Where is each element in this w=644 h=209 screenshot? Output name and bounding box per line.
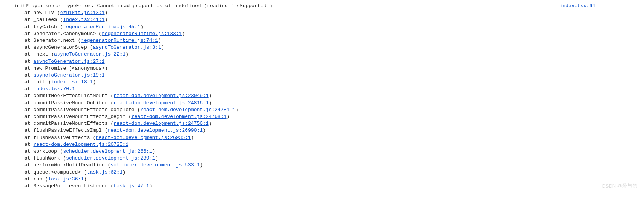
- stack-frame-prefix: at new FLV (: [24, 10, 60, 16]
- stack-frame-suffix: ): [191, 135, 194, 140]
- stack-frame-prefix: at Generator.<anonymous> (: [24, 31, 102, 37]
- stack-frame-prefix: at queue.<computed> (: [24, 169, 87, 175]
- stack-frame: at commitPassiveMountEffects_complete (r…: [24, 107, 641, 113]
- stack-frame-suffix: ): [209, 121, 212, 126]
- stack-frame-prefix: at workLoop (: [24, 148, 63, 154]
- stack-frame-suffix: ): [209, 93, 212, 99]
- stack-frame-link[interactable]: asyncToGenerator.js:27:1: [33, 59, 104, 64]
- stack-frame-suffix: ): [200, 162, 203, 168]
- stack-frame-prefix: at commitHookEffectListMount (: [24, 93, 114, 99]
- stack-frame: at commitPassiveMountEffects (react-dom.…: [24, 120, 641, 127]
- stack-frame-prefix: at: [24, 86, 33, 92]
- stack-frame-link[interactable]: scheduler.development.js:533:1: [111, 162, 200, 168]
- stack-frame-suffix: ): [149, 183, 152, 189]
- stack-frame-prefix: at commitPassiveMountEffects (: [24, 121, 114, 126]
- stack-frame: at _callee$ (index.tsx:41:1): [24, 16, 641, 23]
- stack-frame-prefix: at commitPassiveMountEffects_begin (: [24, 114, 131, 120]
- stack-frame-prefix: at performWorkUntilDeadline (: [24, 162, 111, 168]
- stack-frame-suffix: ): [122, 169, 125, 175]
- stack-frame-prefix: at: [24, 59, 33, 64]
- stack-frame-prefix: at Generator.next (: [24, 38, 81, 43]
- stack-frame-prefix: at asyncGeneratorStep (: [24, 45, 93, 50]
- stack-frame-link[interactable]: react-dom.development.js:24756:1: [114, 121, 209, 126]
- stack-frame-link[interactable]: react-dom.development.js:23049:1: [114, 93, 209, 99]
- stack-frame-link[interactable]: index.tsx:70:1: [33, 86, 75, 92]
- stack-frame-link[interactable]: regeneratorRuntime.js:133:1: [102, 31, 182, 37]
- stack-frame-prefix: at flushPassiveEffects (: [24, 135, 96, 140]
- stack-frame-prefix: at init (: [24, 79, 51, 85]
- console-error-entry: initPlayer_error TypeError: Cannot read …: [5, 2, 644, 190]
- error-header: initPlayer_error TypeError: Cannot read …: [14, 3, 641, 10]
- stack-frame: at flushPassiveEffectsImpl (react-dom.de…: [24, 127, 641, 134]
- stack-frame-suffix: ): [105, 10, 108, 16]
- stack-frame-suffix: ): [227, 114, 230, 120]
- stack-frame: at asyncGeneratorStep (asyncToGenerator.…: [24, 44, 641, 51]
- stack-frame-link[interactable]: react-dom.development.js:24816:1: [114, 100, 209, 106]
- stack-frame-link[interactable]: asyncToGenerator.js:3:1: [93, 45, 161, 50]
- stack-frame: at Generator.<anonymous> (regeneratorRun…: [24, 30, 641, 37]
- stack-frame-suffix: ): [182, 31, 185, 37]
- stack-frame-link[interactable]: scheduler.development.js:239:1: [66, 155, 155, 161]
- stack-frame: at commitHookEffectListMount (react-dom.…: [24, 93, 641, 99]
- error-message: initPlayer_error TypeError: Cannot read …: [14, 3, 559, 10]
- stack-frame-link[interactable]: scheduler.development.js:266:1: [63, 148, 152, 154]
- stack-frame-suffix: ): [125, 51, 128, 57]
- stack-frame: at index.tsx:70:1: [24, 86, 641, 93]
- stack-frame-suffix: ): [140, 24, 143, 30]
- stack-frame: at commitPassiveMountOnFiber (react-dom.…: [24, 100, 641, 107]
- stack-frame-suffix: ): [84, 176, 87, 182]
- stack-frame: at init (index.tsx:18:1): [24, 79, 641, 86]
- stack-frame-suffix: ): [152, 148, 155, 154]
- stack-frame: at react-dom.development.js:26725:1: [24, 141, 641, 148]
- stack-frame: at asyncToGenerator.js:19:1: [24, 72, 641, 79]
- stack-frame-suffix: ): [158, 38, 161, 43]
- stack-frame-prefix: at new Promise (<anonymous>): [24, 65, 107, 71]
- stack-frame: at Generator.next (regeneratorRuntime.js…: [24, 37, 641, 44]
- error-prefix: initPlayer_error: [14, 3, 64, 9]
- stack-frame: at flushWork (scheduler.development.js:2…: [24, 155, 641, 162]
- stack-frame: at asyncToGenerator.js:27:1: [24, 58, 641, 65]
- stack-frame-link[interactable]: asyncToGenerator.js:22:1: [54, 51, 125, 57]
- stack-frame-prefix: at tryCatch (: [24, 24, 63, 30]
- stack-frame: at new FLV (ezuikit.js:13:1): [24, 10, 641, 16]
- stack-frame-link[interactable]: index.tsx:41:1: [63, 17, 104, 22]
- stack-frame-link[interactable]: index.tsx:18:1: [51, 79, 93, 85]
- stack-frame-suffix: ): [209, 100, 212, 106]
- stack-frame: at MessagePort.eventListener (task.js:47…: [24, 183, 641, 190]
- error-source-link[interactable]: index.tsx:64: [559, 3, 595, 10]
- stack-frame-prefix: at flushWork (: [24, 155, 66, 161]
- stack-frame-prefix: at flushPassiveEffectsImpl (: [24, 128, 107, 133]
- stack-frame-link[interactable]: react-dom.development.js:24768:1: [131, 114, 227, 120]
- stack-frame-prefix: at _callee$ (: [24, 17, 63, 22]
- stack-frame-link[interactable]: react-dom.development.js:26990:1: [107, 128, 203, 133]
- stack-frame-link[interactable]: ezuikit.js:13:1: [60, 10, 105, 16]
- stack-frame-suffix: ): [235, 107, 239, 113]
- stack-frame-link[interactable]: regeneratorRuntime.js:45:1: [63, 24, 140, 30]
- stack-frame: at flushPassiveEffects (react-dom.develo…: [24, 134, 641, 141]
- stack-frame-prefix: at _next (: [24, 51, 54, 57]
- stack-frame-link[interactable]: task.js:47:1: [114, 183, 149, 189]
- stack-frame-suffix: ): [105, 17, 108, 22]
- stack-frame: at queue.<computed> (task.js:62:1): [24, 169, 641, 176]
- stack-frame-suffix: ): [93, 79, 96, 85]
- stack-frame: at workLoop (scheduler.development.js:26…: [24, 148, 641, 155]
- stack-frame-link[interactable]: asyncToGenerator.js:19:1: [33, 72, 104, 78]
- stack-frame-link[interactable]: regeneratorRuntime.js:74:1: [81, 38, 158, 43]
- stack-frame: at _next (asyncToGenerator.js:22:1): [24, 51, 641, 58]
- stack-frame-prefix: at commitPassiveMountEffects_complete (: [24, 107, 140, 113]
- stack-frame-prefix: at commitPassiveMountOnFiber (: [24, 100, 114, 106]
- stack-frame-suffix: ): [155, 155, 158, 161]
- stack-frame-prefix: at MessagePort.eventListener (: [24, 183, 114, 189]
- stack-frame: at performWorkUntilDeadline (scheduler.d…: [24, 162, 641, 169]
- stack-frame-link[interactable]: react-dom.development.js:24781:1: [140, 107, 235, 113]
- stack-frame: at tryCatch (regeneratorRuntime.js:45:1): [24, 24, 641, 30]
- stack-frame-prefix: at: [24, 142, 33, 147]
- stack-frame-link[interactable]: task.js:36:1: [48, 176, 84, 182]
- stack-frame-link[interactable]: react-dom.development.js:26725:1: [33, 142, 128, 147]
- stack-frame: at commitPassiveMountEffects_begin (reac…: [24, 113, 641, 120]
- stack-frame-link[interactable]: task.js:62:1: [87, 169, 123, 175]
- stack-frame-link[interactable]: react-dom.development.js:26935:1: [96, 135, 191, 140]
- stack-frame-prefix: at run (: [24, 176, 48, 182]
- stack-frame: at run (task.js:36:1): [24, 176, 641, 183]
- stack-frame: at new Promise (<anonymous>): [24, 65, 641, 72]
